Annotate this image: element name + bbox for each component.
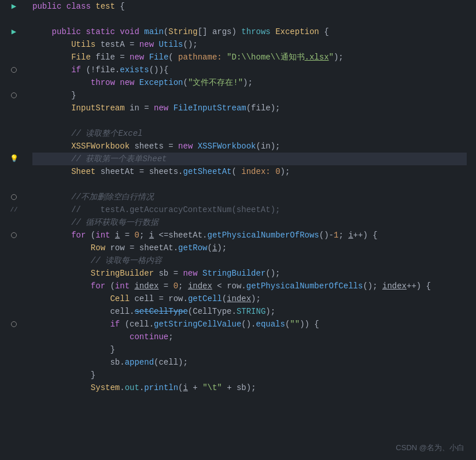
line-8: }	[32, 89, 467, 102]
line-11: // 读取整个Excel	[32, 127, 467, 140]
line-30: }	[32, 369, 467, 381]
line-7: throw new Exception("文件不存在!");	[32, 76, 467, 89]
line-15	[32, 178, 467, 191]
line-27: continue;	[32, 331, 467, 343]
line-3: public static void main(String[] args) t…	[32, 25, 467, 38]
breakpoint-6[interactable]	[11, 67, 17, 73]
line-12: XSSFWorkbook sheets = new XSSFWorkbook(i…	[32, 140, 467, 153]
line-6: if (!file.exists()){	[32, 64, 467, 76]
line-2	[32, 13, 467, 25]
line-9: InputStream in = new FileInputStream(fil…	[32, 102, 467, 114]
line-22: StringBuilder sb = new StringBuilder();	[32, 267, 467, 280]
breakpoint-16[interactable]	[11, 194, 17, 200]
line-4: Utils testA = new Utils();	[32, 38, 467, 51]
line-28: }	[32, 343, 467, 356]
line-17: // testA.getAccuracyContextNum(sheetAt);	[32, 203, 467, 216]
breakpoint-8[interactable]	[11, 92, 17, 98]
line-25: cell.setCellType(CellType.STRING);	[32, 305, 467, 318]
line-10	[32, 114, 467, 127]
line-23: for (int index = 0; index < row.getPhysi…	[32, 280, 467, 292]
run-arrow-3[interactable]: ▶	[12, 25, 16, 38]
line-14: Sheet sheetAt = sheets.getSheetAt( index…	[32, 165, 467, 178]
line-13: // 获取第一个表单Sheet	[32, 153, 467, 165]
code-editor: ▶ ▶ 💡 //	[0, 0, 476, 460]
line-32	[32, 394, 467, 407]
line-26: if (cell.getStringCellValue().equals("")…	[32, 318, 467, 331]
gutter: ▶ ▶ 💡 //	[0, 0, 28, 460]
line-1: public class test {	[32, 0, 467, 13]
line-21: // 读取每一格内容	[32, 254, 467, 267]
watermark: CSDN @名为、小白	[396, 442, 464, 454]
run-arrow-1[interactable]: ▶	[12, 0, 16, 13]
line-29: sb.append(cell);	[32, 356, 467, 369]
line-20: Row row = sheetAt.getRow(i);	[32, 242, 467, 254]
line-16: //不加删除空白行情况	[32, 191, 467, 203]
lightbulb-13[interactable]: 💡	[10, 153, 19, 165]
line-19: for (int i = 0; i <=sheetAt.getPhysicalN…	[32, 229, 467, 242]
line-24: Cell cell = row.getCell(index);	[32, 292, 467, 305]
breakpoint-19[interactable]	[11, 232, 17, 238]
line-18: // 循环获取每一行数据	[32, 216, 467, 229]
line-31: System.out.println(i + "\t" + sb);	[32, 381, 467, 394]
code-content: public class test { public static void m…	[28, 0, 476, 460]
line-5: File file = new File( pathname: "D:\\hom…	[32, 51, 467, 64]
breakpoint-26[interactable]	[11, 321, 17, 327]
